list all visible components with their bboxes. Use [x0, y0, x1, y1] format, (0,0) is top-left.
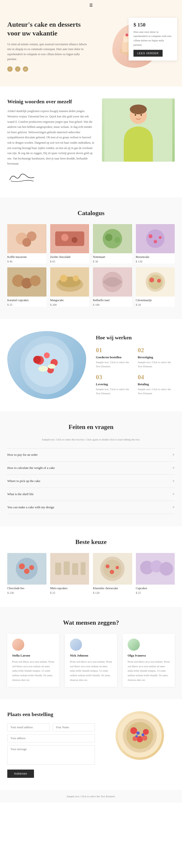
- svg-point-85: [142, 733, 144, 736]
- testimonial-avatar-1: [12, 639, 24, 651]
- hero-section: Auteur's cake en desserts voor uw vakant…: [0, 10, 182, 86]
- faq-item-1[interactable]: How to pay for an order +: [7, 448, 175, 461]
- signature-svg: [7, 172, 36, 184]
- twitter-icon[interactable]: t: [15, 66, 21, 72]
- testimonial-card-3: Olga Ivanova Proin sed libero arcu non n…: [123, 634, 175, 687]
- hero-card-description: Duis aute irure dolor in reprehenderit i…: [134, 30, 172, 47]
- svg-point-78: [126, 722, 153, 749]
- catalogue-image-3: [93, 224, 132, 253]
- catalogue-image-5: [7, 268, 46, 297]
- svg-point-54: [38, 366, 48, 372]
- catalogue-item: Notentaart $ 30: [93, 224, 132, 264]
- best-item-2: Mini-cupcakes $ 25: [50, 553, 89, 595]
- how-steps-grid: 01 Goederen bestellen Sample text. Click…: [96, 347, 175, 396]
- svg-rect-19: [55, 231, 84, 246]
- best-choice-section: Beste keuze Chocolade bes $ 230 Mini-cup…: [0, 526, 182, 607]
- about-image: [102, 98, 175, 162]
- catalogue-item-name: Notentaart: [93, 255, 132, 259]
- about-title: Weinig woorden over mezelf: [7, 98, 95, 105]
- svg-rect-65: [80, 562, 85, 575]
- testimonial-text-2: Proin sed libero arcu non nullam. Proin …: [70, 659, 112, 682]
- svg-point-70: [115, 566, 119, 569]
- hero-text: Auteur's cake en desserts voor uw vakant…: [7, 20, 88, 72]
- catalogue-item: Bessencake $ 130: [136, 224, 175, 264]
- faq-question-4: What is the shelf life: [7, 492, 34, 496]
- catalogue-grid: Koffie macarons $ 40 Zachte chocolade $ …: [7, 224, 175, 307]
- catalogue-title: Catalogus: [7, 210, 175, 217]
- email-input[interactable]: [7, 723, 50, 732]
- svg-point-60: [24, 568, 29, 574]
- form-row-1: [7, 723, 95, 732]
- message-textarea[interactable]: [7, 745, 95, 765]
- step-title-3: Levering: [96, 382, 133, 386]
- catalogue-item-name: Citroentaartje: [136, 299, 175, 302]
- name-input[interactable]: [53, 723, 95, 732]
- svg-point-34: [30, 275, 40, 286]
- svg-point-17: [22, 238, 31, 247]
- best-choice-title: Beste keuze: [7, 538, 175, 546]
- best-item-name-2: Mini-cupcakes: [50, 587, 89, 590]
- catalogue-image-4: [136, 224, 175, 253]
- catalogue-item: Zachte chocolade $ 65: [50, 224, 89, 264]
- step-desc-3: Sample text. Click to select the Text El…: [96, 387, 133, 396]
- faq-question-5: You can make a cake with my design: [7, 505, 54, 509]
- order-form-content: Plaats een bestelling Indienen: [7, 711, 95, 778]
- faq-section: Feiten en vragen Sample text. Click to s…: [0, 411, 182, 526]
- faq-item-3[interactable]: Where to pick up the cake +: [7, 474, 175, 488]
- catalogue-item-name: Karamel cupcakes: [7, 299, 46, 302]
- how-step-4: 04 Betaling Sample text. Click to select…: [138, 374, 175, 396]
- testimonial-name-1: Stella Larson: [12, 654, 54, 657]
- catalogue-item-name: Mangocake: [50, 299, 89, 302]
- svg-point-29: [159, 236, 161, 239]
- best-item-image-1: [7, 553, 46, 585]
- footer: Sample text. Click to select the Text El…: [0, 790, 182, 803]
- catalogue-item-name: Koffie macarons: [7, 255, 46, 259]
- how-work-content: Hoe wij werken 01 Goederen bestellen Sam…: [96, 335, 175, 396]
- faq-question-3: Where to pick up the cake: [7, 479, 40, 483]
- submit-button[interactable]: Indienen: [7, 770, 34, 778]
- svg-point-30: [154, 240, 157, 243]
- catalogue-image-2: [50, 224, 89, 253]
- svg-point-68: [103, 560, 121, 578]
- svg-point-21: [72, 237, 77, 243]
- best-item-price-2: $ 25: [50, 591, 89, 595]
- svg-point-55: [48, 364, 56, 369]
- hero-description: Ut enim ad minim veniam, quis nostrud ex…: [7, 42, 88, 62]
- how-work-food-image: [7, 331, 86, 399]
- address-input[interactable]: [7, 734, 95, 742]
- catalogue-item-price: $ 30: [93, 260, 132, 264]
- about-section: Weinig woorden over mezelf Artikel duide…: [0, 86, 182, 197]
- instagram-icon[interactable]: in: [23, 66, 28, 72]
- order-image: [105, 711, 175, 760]
- faq-item-5[interactable]: You can make a cake with my design +: [7, 501, 175, 514]
- svg-point-59: [29, 565, 34, 570]
- step-number-1: 01: [96, 347, 133, 354]
- catalogue-image-1: [7, 224, 46, 253]
- catalogue-item-price: $ 25: [7, 303, 46, 307]
- order-form-title: Plaats een bestelling: [7, 711, 95, 717]
- best-item-image-2: [50, 553, 89, 585]
- facebook-icon[interactable]: f: [7, 66, 13, 72]
- svg-point-11: [130, 104, 147, 114]
- best-item-price-3: $ 120: [93, 591, 132, 595]
- faq-item-2[interactable]: How to calculate the weight of a cake +: [7, 461, 175, 474]
- testimonials-grid: Stella Larson Proin sed libero arcu non …: [7, 634, 175, 687]
- testimonial-avatar-3: [128, 639, 140, 651]
- svg-point-39: [73, 275, 79, 281]
- svg-point-24: [105, 234, 112, 241]
- svg-point-46: [157, 279, 161, 283]
- catalogue-item: Raffaello taart $ 180: [93, 268, 132, 307]
- testimonials-title: Wat mensen zeggen?: [7, 619, 175, 626]
- lees-verder-button[interactable]: LEES VERDER: [134, 50, 162, 57]
- svg-point-20: [61, 234, 68, 241]
- order-tart-image: [115, 711, 164, 760]
- faq-expand-icon-3: +: [172, 478, 175, 484]
- catalogue-item: Koffie macarons $ 40: [7, 224, 46, 264]
- address-field-container: [7, 734, 95, 742]
- catalogue-item-price: $ 20: [136, 303, 175, 307]
- hamburger-menu-icon[interactable]: ☰: [89, 3, 93, 7]
- faq-item-4[interactable]: What is the shelf life +: [7, 488, 175, 501]
- catalogue-item-price: $ 130: [136, 260, 175, 264]
- best-item-image-3: [93, 553, 132, 585]
- how-work-section: Hoe wij werken 01 Goederen bestellen Sam…: [0, 319, 182, 411]
